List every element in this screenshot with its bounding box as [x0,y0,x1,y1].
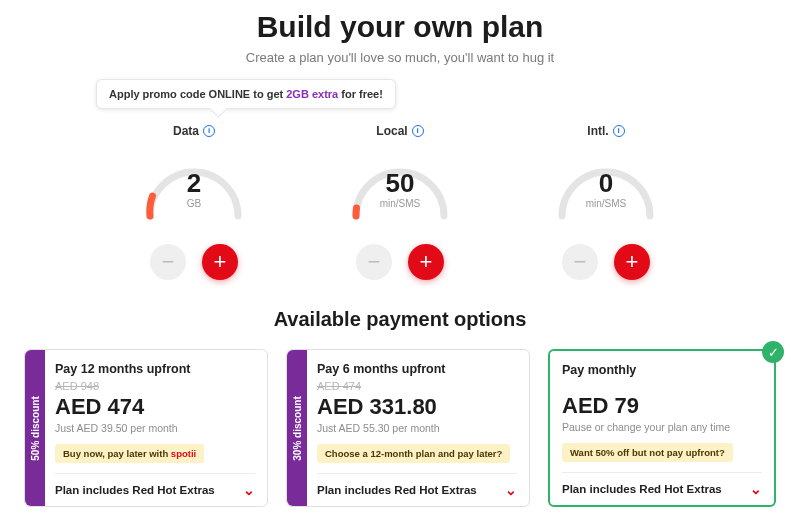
promo-text-prefix: Apply promo code ONLINE to get [109,88,286,100]
dial-data-stepper: − + [119,244,269,280]
dial-local-label: Local [376,124,407,138]
dial-local-unit: min/SMS [336,198,464,209]
dial-intl: Intl. i 0 min/SMS − + [531,121,681,280]
extras-toggle[interactable]: Plan includes Red Hot Extras ⌄ [55,473,255,498]
dial-local-stepper: − + [325,244,475,280]
info-icon[interactable]: i [412,125,424,137]
plus-button[interactable]: + [614,244,650,280]
page-subtitle: Create a plan you'll love so much, you'l… [0,50,800,65]
dial-data: Data i 2 GB − + [119,121,269,280]
dial-local-label-row: Local i [376,124,423,138]
dial-intl-unit: min/SMS [542,198,670,209]
dial-row: Data i 2 GB − + Local i [0,121,800,280]
payments-heading: Available payment options [0,308,800,331]
promo-highlight: 2GB extra [286,88,338,100]
chevron-down-icon: ⌄ [243,482,255,498]
card-permonth: Just AED 55.30 per month [317,422,517,434]
card-price: AED 474 [55,394,255,420]
card-price: AED 79 [562,393,762,419]
dial-intl-stepper: − + [531,244,681,280]
dial-local-gauge[interactable]: 50 min/SMS [336,142,464,222]
discount-badge: 30% discount [287,350,307,506]
spotii-brand: spotii [171,448,196,459]
discount-badge: 50% discount [25,350,45,506]
promo-text-suffix: for free! [338,88,383,100]
dial-data-unit: GB [130,198,258,209]
extras-label: Plan includes Red Hot Extras [317,484,477,496]
extras-toggle[interactable]: Plan includes Red Hot Extras ⌄ [562,472,762,497]
dial-data-value: 2 [130,168,258,199]
chevron-down-icon: ⌄ [750,481,762,497]
minus-button[interactable]: − [356,244,392,280]
minus-button[interactable]: − [150,244,186,280]
promo-tooltip: Apply promo code ONLINE to get 2GB extra… [96,79,396,109]
card-promo-pill[interactable]: Want 50% off but not pay upfront? [562,443,733,462]
extras-label: Plan includes Red Hot Extras [55,484,215,496]
check-icon: ✓ [762,341,784,363]
card-permonth: Just AED 39.50 per month [55,422,255,434]
dial-data-label: Data [173,124,199,138]
dial-intl-gauge[interactable]: 0 min/SMS [542,142,670,222]
minus-button[interactable]: − [562,244,598,280]
extras-label: Plan includes Red Hot Extras [562,483,722,495]
card-title: Pay 12 months upfront [55,362,255,376]
payment-card-monthly[interactable]: ✓ Pay monthly AED 79 Pause or change you… [548,349,776,507]
payment-card-6mo[interactable]: 30% discount Pay 6 months upfront AED 47… [286,349,530,507]
card-strike-price: AED 474 [317,380,517,392]
dial-intl-label-row: Intl. i [587,124,624,138]
dial-data-gauge[interactable]: 2 GB [130,142,258,222]
payment-cards-row: 50% discount Pay 12 months upfront AED 9… [0,331,800,507]
chevron-down-icon: ⌄ [505,482,517,498]
card-permonth: Pause or change your plan any time [562,421,762,433]
page-title: Build your own plan [0,10,800,44]
plus-button[interactable]: + [202,244,238,280]
dial-local-value: 50 [336,168,464,199]
dial-data-label-row: Data i [173,124,215,138]
dial-intl-value: 0 [542,168,670,199]
card-promo-pill[interactable]: Buy now, pay later with spotii [55,444,204,463]
card-title: Pay 6 months upfront [317,362,517,376]
card-strike-price: AED 948 [55,380,255,392]
card-price: AED 331.80 [317,394,517,420]
dial-local: Local i 50 min/SMS − + [325,121,475,280]
extras-toggle[interactable]: Plan includes Red Hot Extras ⌄ [317,473,517,498]
info-icon[interactable]: i [613,125,625,137]
info-icon[interactable]: i [203,125,215,137]
plus-button[interactable]: + [408,244,444,280]
card-promo-pill[interactable]: Choose a 12-month plan and pay later? [317,444,510,463]
dial-intl-label: Intl. [587,124,608,138]
payment-card-12mo[interactable]: 50% discount Pay 12 months upfront AED 9… [24,349,268,507]
pill-text: Buy now, pay later with [63,448,171,459]
card-title: Pay monthly [562,363,762,377]
